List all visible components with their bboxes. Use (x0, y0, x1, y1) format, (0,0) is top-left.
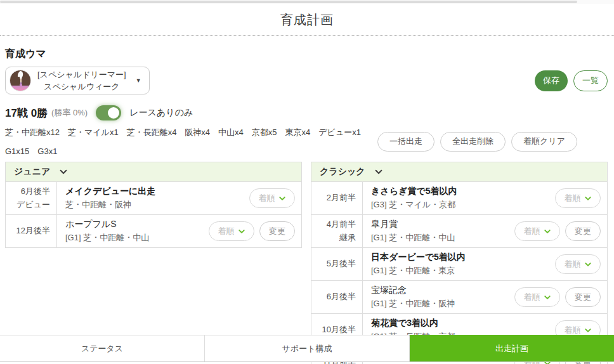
placement-select[interactable]: 着順 (514, 287, 560, 307)
panel-title: クラシック (320, 166, 365, 178)
chevron-down-icon (278, 195, 286, 202)
race-tag: 阪神x4 (185, 127, 210, 138)
tab-status[interactable]: ステータス (0, 335, 204, 361)
panel-junior: ジュニア6月後半デビューメイクデビューに出走芝・中距離・阪神着順12月後半ホープ… (5, 162, 302, 248)
race-row: 5月後半日本ダービーで5着以内[G1] 芝・中距離・東京着順 (311, 247, 607, 280)
placement-label: 着順 (259, 193, 275, 204)
tab-support[interactable]: サポート構成 (204, 335, 409, 361)
race-date: 4月前半継承 (311, 215, 363, 247)
chevron-down-icon: ▼ (136, 77, 141, 84)
uma-selector[interactable]: [スペシャルドリーマー] スペシャルウィーク ▼ (5, 67, 150, 94)
placement-select[interactable]: 着順 (514, 221, 560, 241)
uma-section-title: 育成ウマ (5, 48, 608, 61)
race-date: 12月後半 (6, 215, 57, 247)
placement-select[interactable]: 着順 (555, 188, 601, 208)
row-buttons: 着順変更 (209, 221, 301, 241)
row-buttons: 着順変更 (514, 287, 607, 307)
page-title: 育成計画 (0, 4, 614, 36)
race-conditions: [G1] 芝・中距離・中山 (371, 232, 508, 244)
panel-title: ジュニア (14, 166, 50, 178)
chevron-down-icon (374, 167, 383, 176)
race-date: 6月後半 (311, 281, 363, 313)
race-title: 宝塚記念 (371, 285, 508, 296)
race-info: 宝塚記念[G1] 芝・中距離・阪神 (363, 281, 514, 313)
race-title: 皐月賞 (371, 219, 508, 230)
race-conditions: [G1] 芝・中距離・中山 (65, 232, 202, 244)
placement-select[interactable]: 着順 (249, 188, 295, 208)
row-buttons: 着順 (555, 188, 607, 208)
chevron-down-icon (584, 327, 592, 334)
race-tag: 東京x4 (285, 127, 311, 138)
panel-header[interactable]: ジュニア (6, 162, 301, 181)
race-date-line: 6月後半 (327, 290, 356, 303)
tab-race-plan[interactable]: 出走計画 (409, 335, 614, 361)
uma-avatar (10, 70, 31, 91)
placement-label: 着順 (565, 325, 581, 336)
placement-label: 着順 (565, 259, 581, 270)
race-row: 6月後半デビューメイクデビューに出走芝・中距離・阪神着順 (6, 181, 301, 214)
delete-all-entries-button[interactable]: 全出走削除 (440, 132, 506, 152)
placement-label: 着順 (218, 226, 235, 237)
race-row: 4月前半継承皐月賞[G1] 芝・中距離・中山着順変更 (311, 214, 607, 247)
race-tag: G1x15 (5, 146, 29, 156)
race-info: ホープフルS[G1] 芝・中距離・中山 (57, 215, 209, 247)
race-row: 6月後半宝塚記念[G1] 芝・中距離・阪神着順変更 (311, 280, 607, 313)
race-date-note: 継承 (339, 231, 356, 244)
race-date-note: デビュー (16, 198, 50, 211)
race-only-toggle[interactable] (96, 105, 121, 120)
race-row: 12月後半ホープフルS[G1] 芝・中距離・中山着順変更 (6, 214, 301, 247)
main-content: 育成ウマ [スペシャルドリーマー] スペシャルウィーク ▼ 保存 一覧 17戦 … (0, 48, 614, 364)
race-row: 2月前半きさらぎ賞で5着以内[G3] 芝・マイル・京都着順 (311, 181, 607, 214)
panel-header[interactable]: クラシック (311, 162, 607, 181)
race-conditions: [G3] 芝・マイル・京都 (371, 199, 549, 211)
period-panels: ジュニア6月後半デビューメイクデビューに出走芝・中距離・阪神着順12月後半ホープ… (5, 162, 608, 364)
placement-select[interactable]: 着順 (555, 254, 601, 274)
scrollbar-thumb[interactable] (0, 1, 577, 3)
race-tag: 京都x5 (252, 127, 277, 138)
uma-actions: 保存 一覧 (535, 70, 608, 91)
change-button[interactable]: 変更 (259, 221, 295, 241)
row-buttons: 着順変更 (514, 221, 607, 241)
placement-label: 着順 (524, 226, 540, 237)
uma-title: [スペシャルドリーマー] (37, 68, 126, 81)
race-date-line: 5月後半 (327, 257, 356, 270)
race-title: メイクデビューに出走 (65, 186, 243, 197)
race-date-line: 2月前半 (327, 192, 356, 204)
bottom-tab-bar: ステータスサポート構成出走計画 (0, 335, 614, 362)
change-button[interactable]: 変更 (565, 287, 601, 307)
save-button[interactable]: 保存 (535, 70, 568, 91)
row-buttons: 着順 (555, 254, 607, 274)
race-title: 菊花賞で3着以内 (371, 318, 549, 329)
race-tag: 芝・中距離x12 (5, 127, 60, 138)
race-info: きさらぎ賞で5着以内[G3] 芝・マイル・京都 (363, 182, 555, 214)
race-tag: 芝・長距離x4 (127, 127, 177, 138)
race-date-line: 12月後半 (16, 224, 50, 237)
change-button[interactable]: 変更 (565, 221, 601, 241)
race-tag: デビューx1 (318, 127, 361, 138)
race-info: 皐月賞[G1] 芝・中距離・中山 (363, 215, 514, 247)
chevron-down-icon (59, 167, 68, 176)
race-date: 5月後半 (311, 248, 363, 280)
chevron-down-icon (544, 228, 551, 235)
uma-character: スペシャルウィーク (44, 81, 119, 93)
win-rate: (勝率 0%) (51, 107, 88, 119)
chevron-down-icon (584, 195, 592, 202)
placement-label: 着順 (565, 193, 581, 204)
chevron-down-icon (238, 228, 245, 235)
race-date-line: 4月前半 (327, 218, 356, 231)
tags-row: 芝・中距離x12芝・マイルx1芝・長距離x4阪神x4中山x4京都x5東京x4デビ… (5, 127, 608, 156)
race-conditions: [G1] 芝・中距離・阪神 (371, 298, 508, 309)
clear-results-button[interactable]: 着順クリア (511, 132, 577, 152)
chevron-down-icon (544, 294, 551, 301)
race-date: 2月前半 (311, 182, 363, 214)
bulk-entry-button[interactable]: 一括出走 (377, 132, 434, 152)
placement-select[interactable]: 着順 (209, 221, 254, 241)
race-info: メイクデビューに出走芝・中距離・阪神 (57, 182, 249, 214)
race-title: 日本ダービーで5着以内 (371, 252, 549, 263)
row-buttons: 着順 (249, 188, 301, 208)
race-date: 6月後半デビュー (6, 182, 57, 214)
list-button[interactable]: 一覧 (573, 70, 608, 91)
toggle-knob (108, 107, 119, 119)
race-date-line: 6月後半 (21, 185, 50, 198)
race-info: 日本ダービーで5着以内[G1] 芝・中距離・東京 (363, 248, 555, 280)
